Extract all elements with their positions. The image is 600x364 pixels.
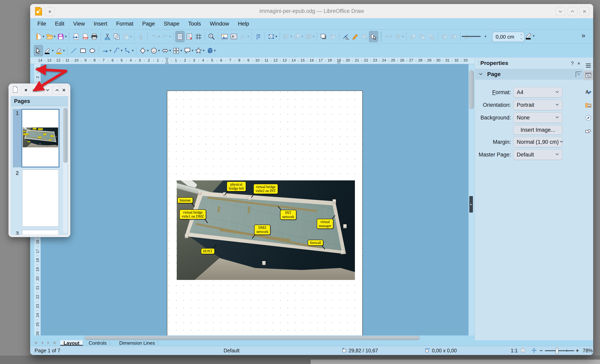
sidebar-tab-gallery[interactable] xyxy=(583,100,593,110)
background-dropdown[interactable]: None xyxy=(513,112,562,123)
sidebar-tab-shapes[interactable] xyxy=(583,126,593,136)
pages-scrollbar-thumb[interactable] xyxy=(63,108,67,163)
page-tab-dimension-lines[interactable]: Dimension Lines xyxy=(116,340,158,346)
toolbar-overflow-button[interactable]: » xyxy=(581,31,585,39)
basic-shapes-button[interactable]: ▾ xyxy=(138,45,150,56)
copy-button[interactable] xyxy=(112,31,121,42)
titlebar[interactable]: immagini-per-epub.odg — LibreOffice Draw xyxy=(30,4,593,18)
block-arrows-button[interactable]: ▾ xyxy=(160,45,172,56)
lines-and-arrows-button[interactable]: ▾ xyxy=(101,45,112,56)
new-document-button[interactable]: ▾ xyxy=(34,31,45,42)
menu-edit[interactable]: Edit xyxy=(51,18,69,29)
panel-close-button[interactable] xyxy=(59,86,69,94)
nav-first-button[interactable] xyxy=(34,340,39,346)
helplines-button[interactable] xyxy=(194,31,203,42)
symbol-shapes-dropdown-arrow-icon[interactable]: ▾ xyxy=(158,48,160,53)
maximize-button[interactable] xyxy=(567,7,578,16)
export-button[interactable] xyxy=(71,31,80,42)
show-draw-functions-button[interactable] xyxy=(369,31,378,42)
menu-page[interactable]: Page xyxy=(138,18,159,29)
drawing-canvas[interactable]: Internetphysicalbridge br0virtual bridge… xyxy=(41,64,469,336)
insert-textbox-button[interactable]: A xyxy=(229,31,238,42)
zoom-out-button[interactable]: − xyxy=(540,348,543,354)
page-tab-layout[interactable]: Layout xyxy=(60,340,83,346)
format-dropdown[interactable]: A4 xyxy=(513,87,562,98)
block-arrows-dropdown-arrow-icon[interactable]: ▾ xyxy=(169,48,171,53)
transformations-dropdown-arrow-icon[interactable]: ▾ xyxy=(275,34,277,39)
save-button[interactable]: ▾ xyxy=(56,31,67,42)
menu-window[interactable]: Window xyxy=(205,18,234,29)
new-document-dropdown-arrow-icon[interactable]: ▾ xyxy=(43,34,44,39)
stars-banners-dropdown-arrow-icon[interactable]: ▾ xyxy=(203,48,205,53)
line-style-dropdown[interactable]: ▾ xyxy=(460,32,488,41)
document-page[interactable]: Internetphysicalbridge br0virtual bridge… xyxy=(167,91,363,336)
close-button[interactable] xyxy=(580,7,590,16)
minimize-button[interactable] xyxy=(555,7,565,16)
menu-insert[interactable]: Insert xyxy=(89,18,112,29)
line-button[interactable] xyxy=(69,45,78,56)
zoom-slider[interactable] xyxy=(545,350,574,351)
zoom-slider-thumb[interactable] xyxy=(556,348,558,354)
sidebar-tab-navigator[interactable] xyxy=(583,113,593,123)
edit-points-button[interactable] xyxy=(341,31,350,42)
cut-button[interactable] xyxy=(103,31,112,42)
menu-format[interactable]: Format xyxy=(112,18,138,29)
save-dropdown-arrow-icon[interactable]: ▾ xyxy=(65,34,67,39)
basic-shapes-dropdown-arrow-icon[interactable]: ▾ xyxy=(147,48,149,53)
sidebar-help-button[interactable]: ? xyxy=(571,60,574,66)
align-objects-2-dropdown-arrow-icon[interactable]: ▾ xyxy=(402,34,404,39)
menu-shape[interactable]: Shape xyxy=(159,18,184,29)
zoom-in-button[interactable]: + xyxy=(576,348,579,354)
page-thumbnail-image[interactable] xyxy=(22,169,59,227)
rectangle-button[interactable] xyxy=(78,45,88,56)
nav-last-button[interactable] xyxy=(52,340,57,346)
arrange-dropdown-arrow-icon[interactable]: ▾ xyxy=(302,34,303,39)
horizontal-scrollbar-thumb[interactable] xyxy=(84,336,420,340)
open-button[interactable]: ▾ xyxy=(45,31,56,42)
page-section-header[interactable]: Page xyxy=(475,69,583,80)
sidebar-collapse-button[interactable]: ▸ xyxy=(469,196,473,213)
zoom-button[interactable] xyxy=(207,31,216,42)
insert-image-button[interactable] xyxy=(220,31,229,42)
collapse-section-icon[interactable] xyxy=(478,72,484,77)
paste-dropdown-arrow-icon[interactable]: ▾ xyxy=(130,34,132,39)
panel-dock-down-button[interactable] xyxy=(43,86,53,94)
redo-dropdown-arrow-icon[interactable]: ▾ xyxy=(169,34,171,39)
ellipse-button[interactable] xyxy=(88,45,97,56)
gluepoints-button[interactable] xyxy=(350,31,360,42)
menu-help[interactable]: Help xyxy=(234,18,253,29)
line-color-button[interactable]: ▾ xyxy=(43,45,54,56)
horizontal-scrollbar[interactable] xyxy=(41,336,469,340)
margin-dropdown[interactable]: Normal (1,90 cm) xyxy=(513,137,562,147)
line-width-spinner[interactable]: ⌃⌄ xyxy=(520,34,523,39)
connectors-button[interactable]: ▾ xyxy=(123,45,134,56)
distribute-dropdown-arrow-icon[interactable]: ▾ xyxy=(313,34,314,39)
shadow-button[interactable] xyxy=(319,31,328,42)
more-options-icon[interactable] xyxy=(576,72,581,77)
insert-image-button[interactable]: Insert Image... xyxy=(513,125,562,135)
open-dropdown-arrow-icon[interactable]: ▾ xyxy=(54,34,56,39)
fill-color-button[interactable]: ▾ xyxy=(54,45,66,56)
nav-prev-button[interactable] xyxy=(40,340,45,346)
curves-polygons-dropdown-arrow-icon[interactable]: ▾ xyxy=(121,48,123,53)
curves-polygons-button[interactable]: ▾ xyxy=(112,45,123,56)
page-thumbnail-1[interactable]: 1Internetphysicalbridge br0virtual bridg… xyxy=(13,109,59,167)
undo-dropdown-arrow-icon[interactable]: ▾ xyxy=(158,34,160,39)
export-pdf-button[interactable]: PDF xyxy=(80,31,90,42)
pages-floating-panel[interactable]: so... Pages 1Internetphysicalbridge br0v… xyxy=(9,84,70,237)
page-thumbnail-image[interactable]: Internetphysicalbridge br0virtual bridge… xyxy=(22,110,59,167)
print-button[interactable] xyxy=(90,31,99,42)
line-width-input[interactable]: 0,00 cm ⌃⌄ xyxy=(492,32,525,42)
align-objects-dropdown-arrow-icon[interactable]: ▾ xyxy=(290,34,292,39)
sidebar-tab-properties[interactable] xyxy=(583,70,593,80)
pages-scrollbar[interactable] xyxy=(63,107,67,233)
master-page-dropdown[interactable]: Default xyxy=(513,149,562,160)
stars-banners-button[interactable]: ▾ xyxy=(194,45,205,56)
network-diagram-image[interactable]: Internetphysicalbridge br0virtual bridge… xyxy=(177,180,355,280)
menu-tools[interactable]: Tools xyxy=(184,18,205,29)
snap-to-grid-button[interactable] xyxy=(185,31,194,42)
orientation-dropdown[interactable]: Portrait xyxy=(513,100,562,110)
flowchart-button[interactable]: ▾ xyxy=(171,45,183,56)
zoom-fit-page-button[interactable] xyxy=(531,347,537,354)
document-modified-icon[interactable] xyxy=(520,347,526,354)
